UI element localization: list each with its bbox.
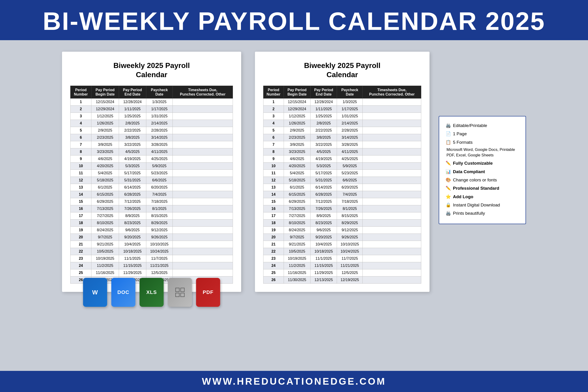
customizable-icon: ✏️ [446, 160, 451, 167]
table-row: 167/13/20257/26/20258/1/2025 [264, 205, 421, 212]
table-row: 115/4/20255/17/20255/23/2025 [70, 170, 233, 177]
table-row: 198/24/20259/6/20259/12/2025 [70, 227, 233, 234]
feature-professional: ✏️ Professional Standard [446, 185, 519, 192]
data-icon: 📊 [446, 168, 451, 176]
feature-page: 📄 1 Page [446, 130, 519, 138]
word-label: W [92, 289, 98, 296]
bottom-bar: WWW.HREDUCATIONEDGE.COM [0, 371, 588, 392]
table-row: 212/29/20241/11/20251/17/2025 [264, 106, 421, 113]
table-row: 31/12/20251/25/20251/31/2025 [70, 113, 233, 120]
rcol-paycheck: PaycheckDate [337, 86, 363, 98]
col-begin: Pay PeriodBegin Date [92, 86, 119, 98]
table-row: 94/6/20254/19/20254/25/2025 [264, 156, 421, 162]
table-row: 52/9/20252/22/20252/28/2025 [264, 127, 421, 134]
feature-colors: 🎨 Change colors or fonts [446, 176, 519, 184]
page-icon: 📄 [446, 130, 451, 138]
left-calendar-card: Biweekly 2025 Payroll Calendar PeriodNum… [62, 52, 241, 292]
feature-formats: 📋 5 Formats [446, 139, 519, 146]
table-row: 156/29/20257/12/20257/18/2025 [264, 198, 421, 205]
col-timesheets: Timesheets Due,Punches Corrected. Other [172, 86, 233, 98]
table-row: 2210/5/202510/18/202510/24/2025 [70, 248, 233, 255]
table-row: 62/23/20253/8/20253/14/2025 [70, 134, 233, 141]
table-row: 177/27/20258/9/20258/15/2025 [264, 212, 421, 220]
table-row: 2210/5/202510/18/202510/24/2025 [264, 248, 421, 255]
formats-icon: 📋 [446, 139, 451, 146]
table-row: 177/27/20258/9/20258/15/2025 [70, 212, 233, 220]
main-content: Biweekly 2025 Payroll Calendar PeriodNum… [0, 40, 588, 371]
colors-icon: 🎨 [446, 176, 451, 184]
table-row: 83/23/20254/5/20254/11/2025 [70, 148, 233, 156]
feature-formats-detail: Microsoft Word, Google Docs, Printable P… [446, 147, 519, 158]
pdf-icon: PDF [196, 278, 220, 307]
top-bar: BI-WEEKLY PAYROLL CALENDAR 2025 [0, 0, 588, 40]
table-row: 31/12/20251/25/20251/31/2025 [264, 113, 421, 120]
table-row: 146/15/20256/28/20257/4/2025 [70, 191, 233, 198]
feature-print: 🖨️ Prints beautifully [446, 210, 519, 217]
col-period: PeriodNumber [70, 86, 92, 98]
table-row: 209/7/20259/20/20259/26/2025 [70, 234, 233, 241]
table-row: 2511/16/202511/29/202512/5/2025 [70, 269, 233, 276]
table-row: 62/23/20253/8/20253/14/2025 [264, 134, 421, 141]
table-row: 156/29/20257/12/20257/18/2025 [70, 198, 233, 205]
table-row: 2511/16/202511/29/202512/5/2025 [264, 269, 421, 276]
left-calendar-title: Biweekly 2025 Payroll Calendar [70, 61, 233, 79]
table-row: 2411/2/202511/15/202511/21/2025 [264, 262, 421, 269]
feature-editable: 🖨️ Editable/Printable [446, 122, 519, 129]
table-row: 219/21/202510/4/202510/10/2025 [264, 241, 421, 248]
table-row: 125/18/20255/31/20256/6/2025 [264, 177, 421, 184]
table-row: 41/26/20252/8/20252/14/2025 [264, 120, 421, 127]
file-icons-row: W DOC XLS PDF [83, 278, 220, 307]
table-row: 94/6/20254/19/20254/25/2025 [70, 156, 233, 162]
table-row: 104/20/20255/3/20255/9/2025 [70, 162, 233, 170]
right-section: Biweekly 2025 Payroll Calendar PeriodNum… [255, 52, 526, 292]
table-row: 52/9/20252/22/20252/28/2025 [70, 127, 233, 134]
table-row: 125/18/20255/31/20256/6/2025 [70, 177, 233, 184]
table-row: 41/26/20252/8/20252/14/2025 [70, 120, 233, 127]
feature-data: 📊 Data Compliant [446, 168, 519, 176]
docs-label: DOC [117, 289, 129, 295]
table-row: 2310/19/202511/1/202511/7/2025 [70, 255, 233, 262]
table-row: 112/15/202412/28/20241/3/2025 [264, 98, 421, 106]
table-row: 209/7/20259/20/20259/26/2025 [264, 234, 421, 241]
download-icon: 🔒 [446, 202, 451, 209]
feature-customizable: ✏️ Fully Customizable [446, 160, 519, 167]
table-row: 136/1/20256/14/20256/20/2025 [70, 184, 233, 191]
table-row: 83/23/20254/5/20254/11/2025 [264, 148, 421, 156]
professional-icon: ✏️ [446, 185, 451, 192]
table-row: 73/9/20253/22/20253/28/2025 [70, 141, 233, 148]
table-row: 2411/2/202511/15/202511/21/2025 [70, 262, 233, 269]
table-row: 2611/30/202512/13/202512/19/2025 [264, 276, 421, 284]
table-row: 212/29/20241/11/20251/17/2025 [70, 106, 233, 113]
xls-label: XLS [146, 289, 157, 295]
left-payroll-table: PeriodNumber Pay PeriodBegin Date Pay Pe… [70, 86, 233, 284]
rcol-period: PeriodNumber [264, 86, 284, 98]
right-payroll-table: PeriodNumber Pay PeriodBegin Date Pay Pe… [263, 86, 421, 284]
table-row: 188/10/20258/23/20258/29/2025 [70, 220, 233, 227]
table-row: 2310/19/202511/1/202511/7/2025 [264, 255, 421, 262]
table-row: 219/21/202510/4/202510/10/2025 [70, 241, 233, 248]
table-row: 112/15/202412/28/20241/3/2025 [70, 98, 233, 106]
docs-icon: DOC [112, 278, 136, 307]
print-icon: 🖨️ [446, 210, 451, 217]
table-row: 104/20/20255/3/20255/9/2025 [264, 162, 421, 170]
excel-grid-icon [168, 278, 192, 307]
table-row: 188/10/20258/23/20258/29/2025 [264, 220, 421, 227]
table-row: 198/24/20259/6/20259/12/2025 [264, 227, 421, 234]
col-paycheck: PaycheckDate [146, 86, 172, 98]
pdf-label: PDF [203, 289, 214, 295]
feature-logo: ⭐ Add Logo [446, 193, 519, 200]
right-calendar-title: Biweekly 2025 Payroll Calendar [263, 61, 421, 79]
table-row: 73/9/20253/22/20253/28/2025 [264, 141, 421, 148]
table-row: 136/1/20256/14/20256/20/2025 [264, 184, 421, 191]
logo-icon: ⭐ [446, 193, 451, 200]
word-icon: W [83, 278, 107, 307]
rcol-end: Pay PeriodEnd Date [310, 86, 337, 98]
table-row: 115/4/20255/17/20255/23/2025 [264, 170, 421, 177]
col-end: Pay PeriodEnd Date [119, 86, 146, 98]
right-calendar-card: Biweekly 2025 Payroll Calendar PeriodNum… [255, 52, 430, 292]
page-title: BI-WEEKLY PAYROLL CALENDAR 2025 [14, 6, 574, 36]
feature-download: 🔒 Instant Digital Download [446, 202, 519, 209]
editable-icon: 🖨️ [446, 122, 451, 129]
website-url: WWW.HREDUCATIONEDGE.COM [0, 376, 588, 387]
table-row: 146/15/20256/28/20257/4/2025 [264, 191, 421, 198]
